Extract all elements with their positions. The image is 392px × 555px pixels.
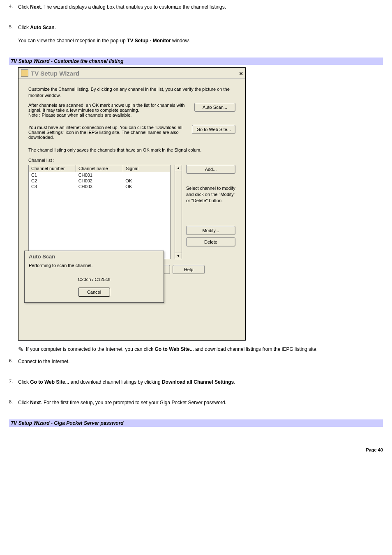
popup-progress: C20ch / C125ch (29, 277, 159, 282)
channel-table[interactable]: Channel number Channel name Signal C1 CH… (28, 165, 171, 259)
scroll-down-icon[interactable]: ▼ (175, 253, 182, 259)
scroll-up-icon[interactable]: ▲ (175, 165, 182, 171)
step-4: 4. Click Next. The wizard displays a dia… (9, 3, 383, 16)
auto-scan-popup: Auto Scan Performing to scan the channel… (24, 251, 164, 303)
auto-scan-text: After channels are scanned, an OK mark s… (28, 103, 190, 117)
side-help-text: Select channel to modify and click on th… (186, 185, 235, 204)
close-icon[interactable]: × (239, 70, 243, 77)
channel-list-area: Channel number Channel name Signal C1 CH… (28, 165, 235, 259)
col-signal: Signal (123, 165, 170, 172)
add-button[interactable]: Add... (186, 165, 235, 174)
go-to-web-site-button[interactable]: Go to Web Site... (192, 125, 235, 134)
table-scrollbar[interactable]: ▲ ▼ (175, 165, 182, 259)
save-note: The channel listing only saves the chann… (28, 147, 235, 153)
auto-scan-section: After channels are scanned, an OK mark s… (28, 103, 235, 117)
dialog-intro: Customize the Channel listing. By clicki… (28, 86, 235, 99)
step-number: 4. (9, 3, 18, 16)
step-5: 5. Click Auto Scan. You can view the cha… (9, 24, 383, 50)
table-row[interactable]: C3 CH003 OK (29, 184, 170, 189)
step-text: Click Next. The wizard displays a dialog… (18, 3, 383, 11)
popup-cancel-button[interactable]: Cancel (78, 288, 110, 297)
note-text: If your computer is connected to the Int… (26, 346, 318, 352)
popup-text: Performing to scan the channel. (29, 263, 159, 268)
tv-setup-wizard-dialog: TV Setup Wizard × Customize the Channel … (18, 67, 246, 341)
app-icon (21, 69, 28, 77)
step-number: 5. (9, 24, 18, 50)
step-text: Click Go to Web Site... and download cha… (18, 378, 383, 386)
step-6: 6. Connect to the Internet. (9, 358, 383, 371)
step-text-2: You can view the channel reception in th… (18, 37, 383, 44)
table-header: Channel number Channel name Signal (29, 165, 170, 172)
table-row[interactable]: C2 CH002 OK (29, 178, 170, 184)
titlebar: TV Setup Wizard × (18, 68, 245, 79)
step-number: 7. (9, 378, 18, 391)
popup-title: Auto Scan (29, 253, 159, 260)
step-number: 8. (9, 399, 18, 412)
channel-list-label: Channel list : (28, 157, 235, 164)
step-8: 8. Click Next. For the first time setup,… (9, 399, 383, 412)
note-block: ✎ If your computer is connected to the I… (18, 346, 383, 353)
step-text: Click Next. For the first time setup, yo… (18, 399, 383, 406)
table-row[interactable]: C1 CH001 (29, 172, 170, 178)
web-site-section: You must have an internet connection set… (28, 125, 235, 140)
dialog-title: TV Setup Wizard (31, 70, 239, 77)
step-7: 7. Click Go to Web Site... and download … (9, 378, 383, 391)
figure-caption-2: TV Setup Wizard - Giga Pocket Server pas… (9, 419, 383, 427)
step-text: Connect to the Internet. (18, 358, 383, 365)
pencil-icon: ✎ (18, 346, 23, 353)
delete-button[interactable]: Delete (186, 237, 235, 246)
col-channel-number: Channel number (29, 165, 76, 172)
page-footer: Page 40 (0, 438, 392, 456)
col-channel-name: Channel name (76, 165, 123, 172)
step-text: Click Auto Scan. (18, 24, 383, 31)
auto-scan-button[interactable]: Auto Scan... (194, 103, 235, 112)
figure-caption-1: TV Setup Wizard - Customize the channel … (9, 58, 383, 65)
step-number: 6. (9, 358, 18, 371)
web-site-text: You must have an internet connection set… (28, 125, 188, 140)
help-button[interactable]: Help (173, 265, 205, 274)
modify-button[interactable]: Modify... (186, 226, 235, 235)
